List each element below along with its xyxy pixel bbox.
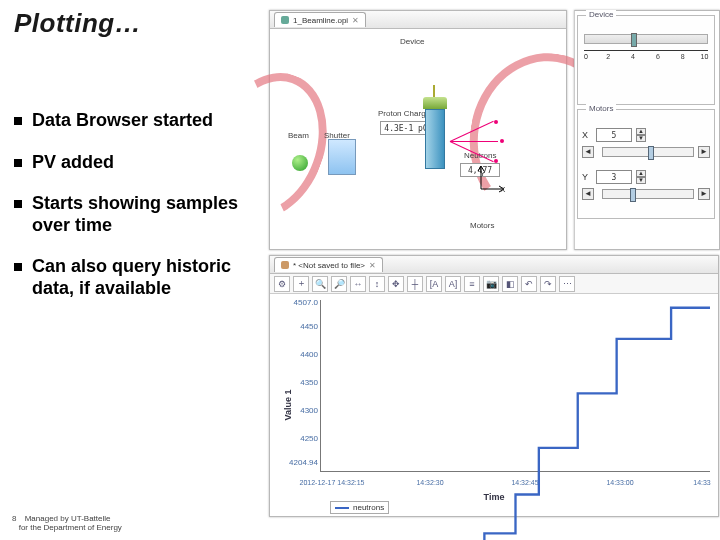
charge-label: Proton Charge	[378, 109, 430, 118]
device-ruler: 0 2 4 6 8 10	[584, 50, 708, 68]
bullet-item: Can also query historic data, if availab…	[32, 256, 254, 299]
plot-toolbar: ⚙ ＋ 🔍 🔎 ↔ ↕ ✥ ┼ [A A] ≡ 📷 ◧ ↶ ↷ ⋯	[270, 274, 718, 294]
tool-zoomx-icon[interactable]: ↔	[350, 276, 366, 292]
tool-zoomout-icon[interactable]: 🔎	[331, 276, 347, 292]
opi-icon	[281, 16, 289, 24]
y-axis-label: Value 1	[283, 389, 293, 420]
databrowser-window: * <Not saved to file> ✕ ⚙ ＋ 🔍 🔎 ↔ ↕ ✥ ┼ …	[269, 255, 719, 517]
y-tick: 4450	[288, 322, 318, 331]
arrow-left-icon[interactable]: ◄	[582, 188, 594, 200]
motors-label: Motors	[470, 221, 494, 230]
legend-label: neutrons	[353, 503, 384, 512]
device-label: Device	[400, 37, 424, 46]
detector-body	[425, 109, 445, 169]
tool-zoomin-icon[interactable]: 🔍	[312, 276, 328, 292]
motor-x-value[interactable]: 5	[596, 128, 632, 142]
motor-y-slider[interactable]	[602, 189, 694, 199]
y-tick: 4507.0	[288, 298, 318, 307]
tool-more-icon[interactable]: ⋯	[559, 276, 575, 292]
tool-zoomy-icon[interactable]: ↕	[369, 276, 385, 292]
motor-x-slider[interactable]	[602, 147, 694, 157]
stepper-up-icon[interactable]: ▲	[636, 170, 646, 177]
slide-title: Plotting…	[14, 8, 141, 39]
slide-footer: 8 Managed by UT-Battelle for the Departm…	[12, 514, 122, 532]
tab-beamline[interactable]: 1_Beamline.opi ✕	[274, 12, 366, 27]
stepper-up-icon[interactable]: ▲	[636, 128, 646, 135]
beam-indicator	[292, 155, 308, 171]
stepper-down-icon[interactable]: ▼	[636, 177, 646, 184]
tool-snapshot-icon[interactable]: 📷	[483, 276, 499, 292]
tool-add-icon[interactable]: ＋	[293, 276, 309, 292]
motors-panel: Motors X 5 ▲▼ ◄ ► Y 3 ▲▼	[577, 109, 715, 219]
motor-y-value[interactable]: 3	[596, 170, 632, 184]
bullet-item: PV added	[32, 152, 114, 174]
y-tick: 4204.94	[288, 458, 318, 467]
stepper-down-icon[interactable]: ▼	[636, 135, 646, 142]
tool-config-icon[interactable]: ⚙	[274, 276, 290, 292]
arrow-right-icon[interactable]: ►	[698, 188, 710, 200]
tool-pan-icon[interactable]: ✥	[388, 276, 404, 292]
motor-x-row: X 5 ▲▼	[582, 128, 710, 142]
close-icon[interactable]: ✕	[352, 16, 359, 25]
bullet-item: Starts showing samples over time	[32, 193, 254, 236]
arrow-left-icon[interactable]: ◄	[582, 146, 594, 158]
y-tick: 4300	[288, 406, 318, 415]
plot-legend[interactable]: neutrons	[330, 501, 389, 514]
motors-legend: Motors	[586, 104, 616, 113]
tool-toggle-icon[interactable]: ◧	[502, 276, 518, 292]
detector-antenna	[433, 85, 435, 97]
device-panel: Device 0 2 4 6 8 10	[577, 15, 715, 105]
device-legend: Device	[586, 10, 616, 19]
legend-swatch	[335, 507, 349, 509]
tool-undo-icon[interactable]: ↶	[521, 276, 537, 292]
shutter-block	[328, 139, 356, 175]
side-panels: Device 0 2 4 6 8 10 Motors X 5	[574, 10, 720, 250]
tab-bar: * <Not saved to file> ✕	[270, 256, 718, 274]
detector-cap	[423, 97, 447, 109]
tool-annotate-icon[interactable]: [A	[426, 276, 442, 292]
tool-cursor-icon[interactable]: ┼	[407, 276, 423, 292]
y-tick: 4350	[288, 378, 318, 387]
tool-stagger-icon[interactable]: ≡	[464, 276, 480, 292]
page-number: 8	[12, 514, 16, 523]
motor-y-row: Y 3 ▲▼	[582, 170, 710, 184]
plot-icon	[281, 261, 289, 269]
bullet-item: Data Browser started	[32, 110, 213, 132]
device-slider[interactable]	[584, 34, 708, 44]
y-tick: 4400	[288, 350, 318, 359]
tab-plot[interactable]: * <Not saved to file> ✕	[274, 257, 383, 272]
y-tick: 4250	[288, 434, 318, 443]
tool-redo-icon[interactable]: ↷	[540, 276, 556, 292]
plot-area[interactable]	[320, 300, 710, 472]
beam-label: Beam	[288, 131, 309, 140]
tab-bar: 1_Beamline.opi ✕	[270, 11, 566, 29]
tool-delann-icon[interactable]: A]	[445, 276, 461, 292]
close-icon[interactable]: ✕	[369, 261, 376, 270]
beamline-window: 1_Beamline.opi ✕ Device Beam Shutter Pro…	[269, 10, 567, 250]
arrow-right-icon[interactable]: ►	[698, 146, 710, 158]
